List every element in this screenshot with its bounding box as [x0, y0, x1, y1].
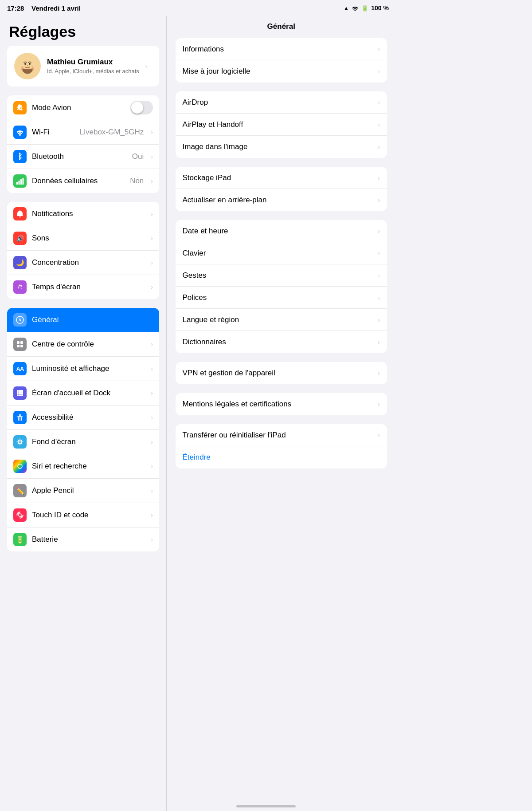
svg-rect-19	[17, 392, 19, 394]
right-row-dictionnaires[interactable]: Dictionnaires ›	[176, 331, 387, 353]
sidebar-item-touch-id[interactable]: Touch ID et code ›	[7, 503, 159, 528]
sidebar-item-centre-controle[interactable]: Centre de contrôle ›	[7, 332, 159, 357]
bluetooth-icon: ᛒ	[13, 150, 27, 163]
sidebar-item-fond-ecran[interactable]: Fond d'écran ›	[7, 430, 159, 454]
gestes-label: Gestes	[183, 271, 378, 280]
right-row-date[interactable]: Date et heure ›	[176, 220, 387, 242]
notifications-icon	[13, 207, 27, 220]
svg-rect-20	[19, 392, 21, 394]
siri-label: Siri et recherche	[32, 462, 145, 471]
sidebar-item-concentration[interactable]: 🌙 Concentration ›	[7, 251, 159, 275]
clavier-label: Clavier	[183, 249, 378, 258]
sidebar-item-general[interactable]: Général	[7, 308, 159, 332]
dictionnaires-chevron: ›	[378, 339, 380, 346]
luminosite-label: Luminosité et affichage	[32, 364, 145, 373]
sidebar-item-ecran-accueil[interactable]: Écran d'accueil et Dock ›	[7, 381, 159, 406]
wifi-chevron: ›	[151, 129, 153, 136]
ecran-accueil-icon	[13, 386, 27, 400]
svg-point-4	[29, 63, 31, 65]
right-group-1: Informations › Mise à jour logicielle ›	[176, 38, 387, 83]
location-icon: ▲	[343, 5, 349, 12]
sidebar-item-batterie[interactable]: 🔋 Batterie ›	[7, 528, 159, 551]
right-row-airdrop[interactable]: AirDrop ›	[176, 91, 387, 114]
fond-ecran-label: Fond d'écran	[32, 437, 145, 446]
sidebar-item-siri[interactable]: Siri et recherche ›	[7, 454, 159, 479]
sidebar-title: Réglages	[0, 16, 166, 46]
right-row-langue[interactable]: Langue et région ›	[176, 309, 387, 331]
right-row-gestes[interactable]: Gestes ›	[176, 264, 387, 287]
informations-chevron: ›	[378, 46, 380, 53]
profile-chevron: ›	[145, 63, 148, 70]
battery-level: 100 %	[371, 4, 389, 12]
bluetooth-value: Oui	[132, 152, 144, 161]
right-row-transferer[interactable]: Transférer ou réinitialiser l'iPad ›	[176, 424, 387, 446]
siri-chevron: ›	[151, 463, 153, 470]
status-time-date: 17:28 Vendredi 1 avril	[7, 4, 81, 12]
svg-point-11	[20, 319, 21, 321]
svg-point-25	[19, 414, 21, 416]
concentration-chevron: ›	[151, 259, 153, 266]
sidebar-item-wifi[interactable]: Wi-Fi Livebox-GM_5GHz ›	[7, 120, 159, 145]
general-icon	[13, 313, 27, 327]
mode-avion-label: Mode Avion	[32, 103, 125, 112]
svg-point-29	[19, 514, 21, 516]
bluetooth-label: Bluetooth	[32, 152, 127, 161]
temps-ecran-label: Temps d'écran	[32, 283, 145, 291]
svg-rect-16	[17, 390, 19, 392]
right-row-informations[interactable]: Informations ›	[176, 38, 387, 60]
svg-rect-8	[20, 179, 22, 185]
right-row-eteindre[interactable]: Éteindre	[176, 446, 387, 468]
mode-avion-toggle[interactable]	[130, 101, 153, 114]
mentions-chevron: ›	[378, 401, 380, 408]
notifications-chevron: ›	[151, 210, 153, 217]
cellulaire-chevron: ›	[151, 177, 153, 185]
home-indicator	[236, 805, 296, 807]
svg-rect-14	[17, 345, 20, 347]
profile-info: Mathieu Grumiaux Id. Apple, iCloud+, méd…	[47, 57, 139, 75]
sidebar-item-apple-pencil[interactable]: ✏️ Apple Pencil ›	[7, 479, 159, 503]
right-row-clavier[interactable]: Clavier ›	[176, 242, 387, 264]
sidebar-item-notifications[interactable]: Notifications ›	[7, 202, 159, 226]
general-group: Général Centre de contrôle › AA Luminosi…	[7, 308, 159, 551]
status-time: 17:28	[7, 4, 24, 12]
sidebar-item-cellulaire[interactable]: Données cellulaires Non ›	[7, 169, 159, 193]
sidebar-item-luminosite[interactable]: AA Luminosité et affichage ›	[7, 357, 159, 381]
notifications-label: Notifications	[32, 209, 145, 218]
right-row-maj[interactable]: Mise à jour logicielle ›	[176, 60, 387, 83]
maj-label: Mise à jour logicielle	[183, 67, 378, 76]
sidebar-item-temps-ecran[interactable]: ⏱ Temps d'écran ›	[7, 275, 159, 299]
concentration-icon: 🌙	[13, 256, 27, 269]
svg-point-28	[18, 464, 22, 468]
right-row-stockage[interactable]: Stockage iPad ›	[176, 167, 387, 189]
right-row-mentions[interactable]: Mentions légales et certifications ›	[176, 393, 387, 415]
main-layout: Réglages	[0, 16, 396, 811]
right-row-polices[interactable]: Polices ›	[176, 287, 387, 309]
actualiser-chevron: ›	[378, 197, 380, 204]
general-label: Général	[32, 315, 153, 324]
right-row-actualiser[interactable]: Actualiser en arrière-plan ›	[176, 189, 387, 211]
wifi-icon	[352, 4, 359, 12]
sidebar-item-accessibilite[interactable]: Accessibilité ›	[7, 406, 159, 430]
profile-card[interactable]: Mathieu Grumiaux Id. Apple, iCloud+, méd…	[7, 46, 159, 87]
batterie-label: Batterie	[32, 535, 145, 544]
sons-label: Sons	[32, 234, 145, 243]
ecran-accueil-chevron: ›	[151, 390, 153, 397]
date-chevron: ›	[378, 228, 380, 235]
concentration-label: Concentration	[32, 258, 145, 267]
profile-subtitle: Id. Apple, iCloud+, médias et achats	[47, 68, 139, 75]
sidebar-item-sons[interactable]: 🔊 Sons ›	[7, 226, 159, 251]
right-row-vpn[interactable]: VPN et gestion de l'appareil ›	[176, 362, 387, 384]
centre-controle-icon	[13, 338, 27, 351]
airplay-label: AirPlay et Handoff	[183, 120, 378, 129]
svg-rect-23	[19, 394, 21, 396]
sidebar-item-mode-avion[interactable]: Mode Avion	[7, 95, 159, 120]
fond-ecran-chevron: ›	[151, 438, 153, 445]
dictionnaires-label: Dictionnaires	[183, 338, 378, 346]
sidebar-item-bluetooth[interactable]: ᛒ Bluetooth Oui ›	[7, 145, 159, 169]
right-row-airplay[interactable]: AirPlay et Handoff ›	[176, 114, 387, 136]
polices-label: Polices	[183, 293, 378, 302]
right-group-2: AirDrop › AirPlay et Handoff › Image dan…	[176, 91, 387, 158]
centre-controle-label: Centre de contrôle	[32, 340, 145, 349]
right-row-image[interactable]: Image dans l'image ›	[176, 136, 387, 158]
svg-point-3	[24, 63, 26, 65]
